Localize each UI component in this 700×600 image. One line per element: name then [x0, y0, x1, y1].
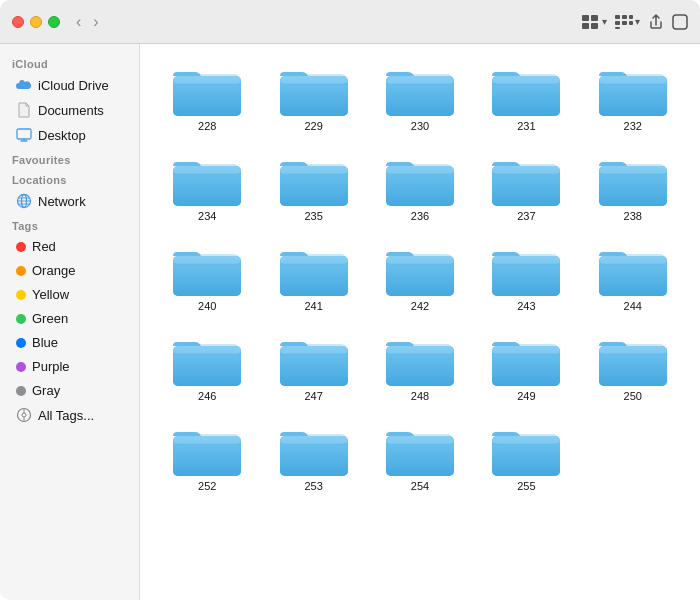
- view-gallery-button[interactable]: ▾: [615, 15, 640, 29]
- more-options-button[interactable]: [672, 14, 688, 30]
- folder-label: 255: [517, 480, 535, 492]
- folder-icon: [490, 62, 562, 120]
- sidebar-item-yellow[interactable]: Yellow: [4, 283, 135, 306]
- svg-rect-0: [582, 15, 589, 21]
- traffic-lights: [12, 16, 60, 28]
- folder-item[interactable]: 231: [475, 56, 577, 138]
- folder-item[interactable]: 230: [369, 56, 471, 138]
- folder-label: 230: [411, 120, 429, 132]
- minimize-button[interactable]: [30, 16, 42, 28]
- folder-label: 242: [411, 300, 429, 312]
- svg-rect-62: [492, 166, 560, 174]
- doc-icon: [16, 102, 32, 118]
- folder-label: 253: [304, 480, 322, 492]
- folder-item[interactable]: 240: [156, 236, 258, 318]
- folder-label: 252: [198, 480, 216, 492]
- titlebar: ‹ › ▾ ▾: [0, 0, 700, 44]
- folder-item[interactable]: 255: [475, 416, 577, 498]
- share-button[interactable]: [648, 14, 664, 30]
- folder-icon: [384, 422, 456, 480]
- folder-item[interactable]: 249: [475, 326, 577, 408]
- folder-item[interactable]: 229: [262, 56, 364, 138]
- sidebar-label-icloud-drive: iCloud Drive: [38, 78, 109, 93]
- folder-label: 241: [304, 300, 322, 312]
- folder-item[interactable]: 232: [582, 56, 684, 138]
- svg-rect-97: [173, 346, 241, 354]
- folder-icon: [278, 422, 350, 480]
- folder-icon: [490, 422, 562, 480]
- svg-rect-52: [280, 166, 348, 174]
- folder-item[interactable]: 234: [156, 146, 258, 228]
- folder-item[interactable]: 238: [582, 146, 684, 228]
- sidebar-item-green[interactable]: Green: [4, 307, 135, 330]
- green-tag-dot: [16, 314, 26, 324]
- folder-label: 247: [304, 390, 322, 402]
- svg-rect-92: [599, 256, 667, 264]
- globe-icon: [16, 193, 32, 209]
- svg-rect-137: [492, 436, 560, 444]
- svg-rect-107: [386, 346, 454, 354]
- folder-item[interactable]: 244: [582, 236, 684, 318]
- svg-rect-11: [673, 15, 687, 29]
- folder-label: 231: [517, 120, 535, 132]
- folder-item[interactable]: 252: [156, 416, 258, 498]
- folder-icon: [384, 62, 456, 120]
- folder-label: 250: [624, 390, 642, 402]
- folder-icon: [278, 242, 350, 300]
- main-container: iCloud iCloud Drive Documents: [0, 44, 700, 600]
- sidebar-label-blue: Blue: [32, 335, 58, 350]
- sidebar-item-network[interactable]: Network: [4, 189, 135, 213]
- tags-icon: [16, 407, 32, 423]
- svg-rect-10: [615, 27, 620, 29]
- purple-tag-dot: [16, 362, 26, 372]
- sidebar-item-gray[interactable]: Gray: [4, 379, 135, 402]
- svg-rect-32: [386, 76, 454, 84]
- sidebar-item-blue[interactable]: Blue: [4, 331, 135, 354]
- sidebar-label-green: Green: [32, 311, 68, 326]
- sidebar-label-red: Red: [32, 239, 56, 254]
- gray-tag-dot: [16, 386, 26, 396]
- back-button[interactable]: ‹: [72, 11, 85, 33]
- sidebar-item-all-tags[interactable]: All Tags...: [4, 403, 135, 427]
- folder-label: 235: [304, 210, 322, 222]
- sidebar-item-purple[interactable]: Purple: [4, 355, 135, 378]
- svg-rect-8: [622, 21, 627, 25]
- folder-icon: [171, 422, 243, 480]
- folder-icon: [171, 62, 243, 120]
- content-area: 228 229: [140, 44, 700, 600]
- svg-rect-72: [173, 256, 241, 264]
- sidebar: iCloud iCloud Drive Documents: [0, 44, 140, 600]
- sidebar-section-icloud: iCloud: [0, 52, 139, 72]
- folder-item[interactable]: 228: [156, 56, 258, 138]
- sidebar-section-locations: Locations: [0, 168, 139, 188]
- sidebar-item-orange[interactable]: Orange: [4, 259, 135, 282]
- sidebar-item-desktop[interactable]: Desktop: [4, 123, 135, 147]
- sidebar-item-documents[interactable]: Documents: [4, 98, 135, 122]
- folder-item[interactable]: 243: [475, 236, 577, 318]
- folder-label: 238: [624, 210, 642, 222]
- maximize-button[interactable]: [48, 16, 60, 28]
- folder-item[interactable]: 246: [156, 326, 258, 408]
- close-button[interactable]: [12, 16, 24, 28]
- sidebar-item-red[interactable]: Red: [4, 235, 135, 258]
- orange-tag-dot: [16, 266, 26, 276]
- folder-item[interactable]: 236: [369, 146, 471, 228]
- yellow-tag-dot: [16, 290, 26, 300]
- view-icons-button[interactable]: ▾: [582, 15, 607, 29]
- folder-item[interactable]: 237: [475, 146, 577, 228]
- folder-item[interactable]: 235: [262, 146, 364, 228]
- sidebar-section-tags: Tags: [0, 214, 139, 234]
- svg-rect-122: [173, 436, 241, 444]
- folder-item[interactable]: 241: [262, 236, 364, 318]
- folder-item[interactable]: 254: [369, 416, 471, 498]
- sidebar-item-icloud-drive[interactable]: iCloud Drive: [4, 73, 135, 97]
- forward-button[interactable]: ›: [89, 11, 102, 33]
- folder-item[interactable]: 253: [262, 416, 364, 498]
- folder-label: 236: [411, 210, 429, 222]
- folder-item[interactable]: 248: [369, 326, 471, 408]
- svg-rect-7: [615, 21, 620, 25]
- folder-item[interactable]: 250: [582, 326, 684, 408]
- folder-item[interactable]: 247: [262, 326, 364, 408]
- svg-rect-5: [622, 15, 627, 19]
- folder-item[interactable]: 242: [369, 236, 471, 318]
